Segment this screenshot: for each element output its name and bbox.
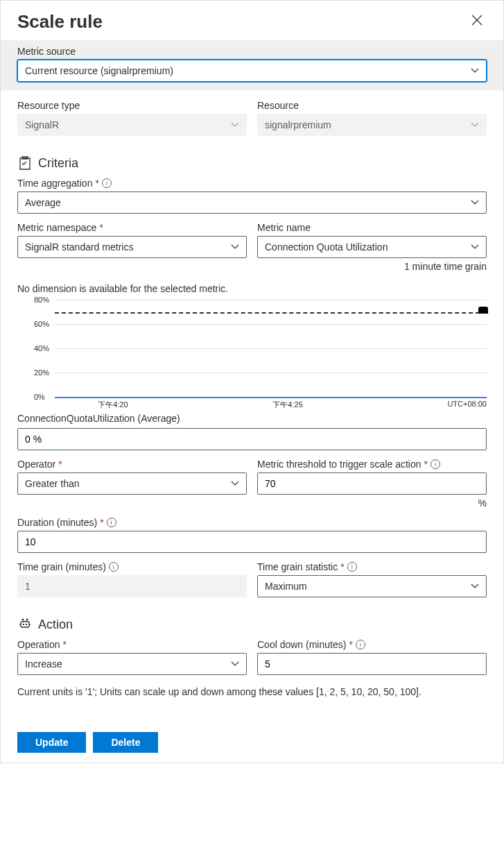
metric-name-value: Connection Quota Utilization [265, 241, 388, 253]
chevron-down-icon [231, 243, 239, 251]
metric-source-select[interactable]: Current resource (signalrpremium) [17, 60, 487, 82]
metric-source-value: Current resource (signalrpremium) [25, 65, 173, 76]
duration-input[interactable] [17, 531, 487, 553]
chevron-down-icon [471, 67, 479, 75]
timegrain-label: Time grain (minutes) i [17, 561, 247, 572]
svg-rect-4 [26, 624, 27, 625]
info-icon[interactable]: i [431, 459, 440, 469]
resource-type-select: SignalR [17, 114, 247, 136]
timegrain-stat-value: Maximum [265, 581, 307, 592]
metric-chart: 80% 60% 40% 20% 0% 下午4:20 下午4:25 UTC+08:… [34, 300, 487, 410]
metric-source-label: Metric source [17, 46, 487, 57]
svg-point-1 [26, 619, 28, 621]
chevron-down-icon [471, 243, 479, 251]
info-icon[interactable]: i [347, 562, 357, 572]
operator-value: Greater than [25, 478, 80, 489]
chevron-down-icon [471, 198, 479, 207]
chevron-down-icon [471, 121, 479, 129]
cooldown-label: Cool down (minutes)* i [257, 639, 487, 650]
resource-type-value: SignalR [25, 119, 59, 130]
chevron-down-icon [231, 121, 239, 129]
svg-rect-3 [23, 624, 24, 625]
time-aggregation-label: Time aggregation* i [17, 178, 487, 189]
metric-namespace-value: SignalR standard metrics [25, 241, 133, 253]
operation-label: Operation* [17, 639, 247, 650]
info-icon[interactable]: i [109, 562, 119, 572]
no-dimension-message: No dimension is available for the select… [17, 283, 487, 294]
svg-point-0 [22, 619, 24, 621]
chart-current-value[interactable] [17, 428, 487, 450]
resource-type-label: Resource type [17, 100, 247, 111]
threshold-line [55, 312, 487, 314]
operation-select[interactable]: Increase [17, 653, 247, 675]
criteria-icon [17, 155, 33, 171]
threshold-handle[interactable] [478, 307, 488, 314]
data-series-line [55, 397, 487, 398]
time-aggregation-select[interactable]: Average [17, 191, 487, 214]
operator-select[interactable]: Greater than [17, 472, 247, 495]
resource-name-select: signalrpremium [257, 114, 487, 136]
resource-name-value: signalrpremium [265, 119, 331, 130]
info-icon[interactable]: i [356, 640, 365, 649]
duration-label: Duration (minutes)* i [17, 517, 487, 528]
operation-value: Increase [25, 658, 62, 670]
chevron-down-icon [231, 660, 239, 668]
operator-label: Operator* [17, 459, 247, 470]
info-icon[interactable]: i [107, 518, 116, 527]
metric-name-label: Metric name [257, 222, 487, 233]
metric-namespace-label: Metric namespace* [17, 222, 247, 233]
delete-button[interactable]: Delete [93, 732, 158, 753]
timegrain-input [17, 575, 247, 597]
action-icon [17, 617, 33, 632]
info-icon[interactable]: i [102, 178, 112, 188]
metric-namespace-select[interactable]: SignalR standard metrics [17, 236, 247, 258]
chart-caption: ConnectionQuotaUtilization (Average) [17, 413, 487, 424]
chevron-down-icon [231, 479, 239, 488]
threshold-unit: % [257, 497, 487, 509]
threshold-input[interactable] [257, 472, 487, 495]
cooldown-input[interactable] [257, 653, 487, 675]
svg-rect-2 [21, 622, 29, 627]
update-button[interactable]: Update [17, 732, 86, 753]
criteria-heading: Criteria [17, 155, 487, 171]
resource-name-label: Resource [257, 100, 487, 111]
time-aggregation-value: Average [25, 197, 61, 208]
panel-title: Scale rule [17, 11, 103, 33]
timegrain-stat-select[interactable]: Maximum [257, 575, 487, 597]
time-grain-hint: 1 minute time grain [257, 261, 487, 272]
units-message: Current units is '1'; Units can scale up… [17, 686, 487, 697]
close-icon[interactable] [467, 10, 487, 33]
timegrain-stat-label: Time grain statistic* i [257, 561, 487, 572]
threshold-label: Metric threshold to trigger scale action… [257, 459, 487, 470]
action-heading: Action [17, 617, 487, 632]
chevron-down-icon [471, 582, 479, 590]
metric-name-select[interactable]: Connection Quota Utilization [257, 236, 487, 258]
